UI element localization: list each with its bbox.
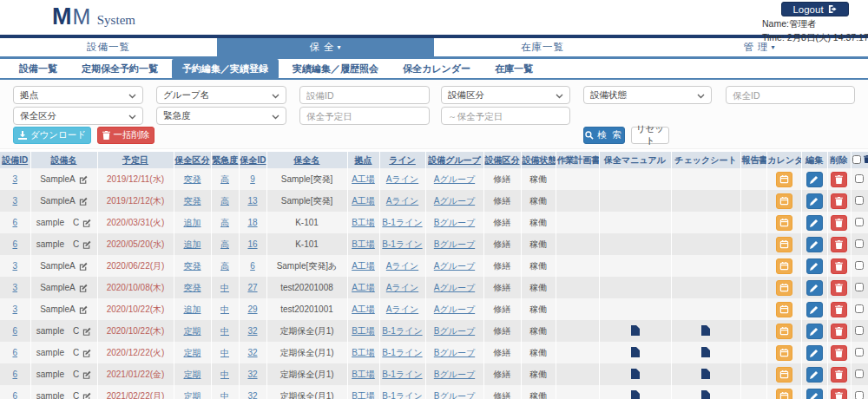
edit-button[interactable] xyxy=(806,302,823,317)
column-header-group[interactable]: 設備グループ xyxy=(425,152,483,168)
sub-tab-0[interactable]: 設備一覧 xyxy=(9,59,68,79)
main-tab-1[interactable]: 保 全▾ xyxy=(217,38,434,56)
line-link[interactable]: B-1ライン xyxy=(382,391,422,399)
maint_id-link[interactable]: 27 xyxy=(247,283,257,292)
maint_id-link[interactable]: 29 xyxy=(247,304,257,314)
category-link[interactable]: 追加 xyxy=(184,218,201,227)
edit-button[interactable] xyxy=(806,215,823,231)
delete-button[interactable] xyxy=(831,237,847,252)
manual-file-icon[interactable] xyxy=(631,325,640,336)
equip_id-link[interactable]: 6 xyxy=(12,326,17,336)
logout-button[interactable]: Logout xyxy=(781,2,849,16)
equip_id-link[interactable]: 6 xyxy=(12,218,17,227)
line-link[interactable]: B-1ライン xyxy=(382,326,422,336)
group-link[interactable]: Aグループ xyxy=(434,261,475,271)
site-link[interactable]: B工場 xyxy=(352,239,375,249)
row-checkbox[interactable] xyxy=(855,348,864,356)
urgency-link[interactable]: 中 xyxy=(220,304,229,314)
group-link[interactable]: Bグループ xyxy=(434,239,475,249)
edit-equipment-icon[interactable] xyxy=(82,219,91,227)
column-header-equip_status[interactable]: 設備状態 xyxy=(521,152,556,168)
delete-button[interactable] xyxy=(831,258,847,274)
column-header-line[interactable]: ライン xyxy=(379,152,425,168)
group-link[interactable]: Bグループ xyxy=(434,391,475,399)
category-link[interactable]: 定期 xyxy=(184,348,201,357)
site-link[interactable]: B工場 xyxy=(352,348,375,357)
line-link[interactable]: Aライン xyxy=(386,196,418,206)
row-checkbox[interactable] xyxy=(855,196,864,205)
calendar-button[interactable] xyxy=(776,193,792,209)
site-link[interactable]: A工場 xyxy=(352,304,375,314)
edit-equipment-icon[interactable] xyxy=(82,392,91,399)
equipment-id-input[interactable] xyxy=(300,88,429,104)
urgency-link[interactable]: 高 xyxy=(220,261,229,271)
delete-button[interactable] xyxy=(831,345,847,361)
urgency-link[interactable]: 高 xyxy=(220,218,229,227)
urgency-link[interactable]: 中 xyxy=(220,370,229,379)
sub-tab-3[interactable]: 実績編集／履歴照会 xyxy=(282,59,389,79)
group-link[interactable]: Aグループ xyxy=(434,196,475,206)
equip_id-link[interactable]: 6 xyxy=(12,348,17,357)
maint_id-link[interactable]: 9 xyxy=(250,174,255,184)
line-link[interactable]: Aライン xyxy=(386,261,418,271)
maint_id-link[interactable]: 16 xyxy=(247,239,257,249)
site-link[interactable]: A工場 xyxy=(352,283,375,292)
site-select[interactable]: 拠点 xyxy=(13,86,143,104)
maintenance-category-select[interactable]: 保全区分 xyxy=(13,107,143,125)
delete-button[interactable] xyxy=(831,280,847,296)
search-button[interactable]: 検 索 xyxy=(583,127,625,144)
category-link[interactable]: 追加 xyxy=(184,239,201,249)
row-checkbox[interactable] xyxy=(855,239,864,248)
category-link[interactable]: 突発 xyxy=(184,196,201,206)
edit-equipment-icon[interactable] xyxy=(79,175,88,184)
line-link[interactable]: B-1ライン xyxy=(382,348,422,357)
sub-tab-5[interactable]: 在庫一覧 xyxy=(484,59,543,79)
urgency-link[interactable]: 高 xyxy=(220,174,229,184)
column-header-site[interactable]: 拠点 xyxy=(347,152,379,168)
column-header-date[interactable]: 予定日 xyxy=(97,152,174,168)
edit-equipment-icon[interactable] xyxy=(82,349,91,357)
category-link[interactable]: 定期 xyxy=(184,391,201,399)
category-link[interactable]: 定期 xyxy=(184,370,201,379)
site-link[interactable]: A工場 xyxy=(352,261,375,271)
manual-file-icon[interactable] xyxy=(631,369,640,379)
equip_id-link[interactable]: 6 xyxy=(12,239,17,249)
urgency-link[interactable]: 高 xyxy=(220,239,229,249)
edit-equipment-icon[interactable] xyxy=(82,327,91,336)
delete-button[interactable] xyxy=(831,389,847,399)
row-checkbox[interactable] xyxy=(855,218,864,226)
equipment-status-select[interactable]: 設備状態 xyxy=(583,86,712,104)
select-all-checkbox[interactable] xyxy=(852,155,861,164)
delete-button[interactable] xyxy=(831,172,847,187)
group-link[interactable]: Aグループ xyxy=(434,283,475,292)
edit-button[interactable] xyxy=(806,172,823,187)
urgency-link[interactable]: 中 xyxy=(220,283,229,292)
category-link[interactable]: 定期 xyxy=(184,326,201,336)
site-link[interactable]: B工場 xyxy=(352,218,375,227)
checksheet-file-icon[interactable] xyxy=(701,390,710,399)
row-checkbox[interactable] xyxy=(855,261,864,270)
equip_id-link[interactable]: 6 xyxy=(12,370,17,379)
calendar-button[interactable] xyxy=(776,345,792,361)
group-link[interactable]: Aグループ xyxy=(434,174,475,184)
main-tab-2[interactable]: 在庫一覧 xyxy=(434,38,651,56)
calendar-button[interactable] xyxy=(776,324,792,339)
site-link[interactable]: B工場 xyxy=(352,326,375,336)
calendar-button[interactable] xyxy=(776,215,792,231)
edit-equipment-icon[interactable] xyxy=(79,305,88,314)
column-header-maint_id[interactable]: 保全ID xyxy=(239,152,266,168)
equip_id-link[interactable]: 6 xyxy=(12,391,17,399)
row-checkbox[interactable] xyxy=(855,326,864,335)
group-link[interactable]: Bグループ xyxy=(434,326,475,336)
calendar-button[interactable] xyxy=(776,258,792,274)
manual-file-icon[interactable] xyxy=(631,390,640,399)
delete-button[interactable] xyxy=(831,193,847,209)
site-link[interactable]: B工場 xyxy=(352,370,375,379)
sub-tab-1[interactable]: 定期保全予約一覧 xyxy=(71,59,168,79)
column-header-category[interactable]: 保全区分 xyxy=(174,152,211,168)
urgency-link[interactable]: 中 xyxy=(220,348,229,357)
edit-equipment-icon[interactable] xyxy=(82,370,91,379)
calendar-button[interactable] xyxy=(776,367,792,383)
group-link[interactable]: Bグループ xyxy=(434,218,475,227)
edit-button[interactable] xyxy=(806,193,823,209)
